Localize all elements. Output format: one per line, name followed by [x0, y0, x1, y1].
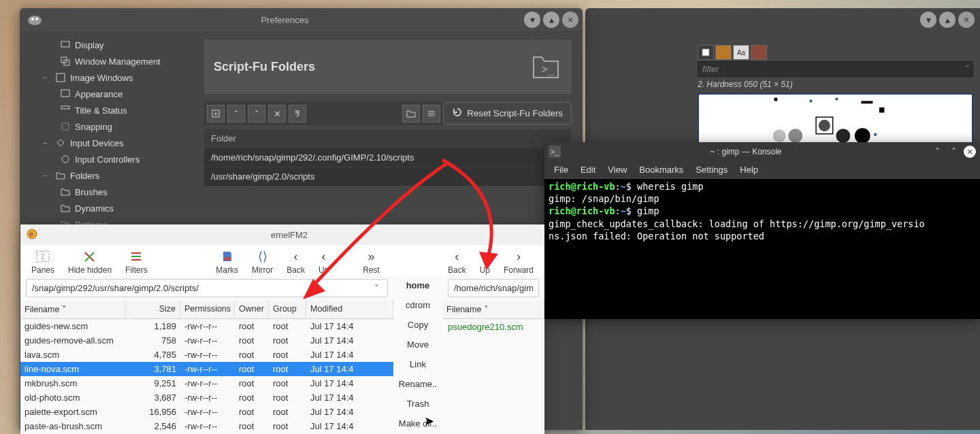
tree-item-brushes[interactable]: Brushes — [22, 184, 191, 200]
history-tab[interactable] — [751, 45, 767, 60]
reset-icon — [452, 107, 463, 120]
table-row[interactable]: mkbrush.scm9,251-rw-r--r--rootrootJul 17… — [20, 376, 393, 390]
minimize-button[interactable]: ▾ — [524, 12, 540, 28]
chevron-down-icon[interactable]: ˅ — [960, 62, 973, 76]
close-button[interactable]: × — [562, 12, 578, 28]
tree-item-dynamics[interactable]: Dynamics — [22, 200, 191, 216]
copy-button[interactable]: Copy — [393, 316, 442, 334]
open-folder-button[interactable] — [402, 105, 420, 122]
folder-row[interactable]: /usr/share/gimp/2.0/scripts — [204, 167, 572, 186]
close-button[interactable]: × — [964, 146, 976, 158]
col-modified[interactable]: Modified — [306, 300, 393, 318]
folder-list[interactable]: /home/rich/snap/gimp/292/.config/GIMP/2.… — [204, 148, 572, 186]
list-view-button[interactable] — [423, 105, 440, 122]
menu-bookmarks[interactable]: Bookmarks — [639, 165, 683, 175]
titlebar[interactable]: e emelFM2 — [20, 224, 544, 245]
col-filename[interactable]: Filename ˅ — [442, 300, 544, 318]
file-row[interactable]: psuedogre210.scm — [442, 319, 544, 335]
move-button[interactable]: Move — [393, 335, 442, 354]
maximize-button[interactable]: ˄ — [947, 146, 960, 158]
back-button-right[interactable]: ‹Back — [448, 249, 466, 275]
thumbs-down-button[interactable] — [289, 105, 306, 122]
left-path-input[interactable]: /snap/gimp/292/usr/share/gimp/2.0/script… — [26, 279, 388, 297]
menu-edit[interactable]: Edit — [581, 165, 595, 175]
link-button[interactable]: Link — [393, 355, 442, 373]
col-owner[interactable]: Owner — [235, 300, 269, 318]
tree-item-input-controllers[interactable]: Input Controllers — [22, 151, 191, 167]
table-row[interactable]: guides-new.scm1,189-rw-r--r--rootrootJul… — [20, 319, 393, 333]
tree-item-image-windows[interactable]: −Image Windows — [22, 69, 191, 86]
folders-icon — [55, 170, 66, 181]
table-row[interactable]: line-nova.scm3,781-rw-r--r--rootrootJul … — [20, 362, 393, 376]
svg-rect-10 — [879, 107, 885, 113]
collapse-icon[interactable]: − — [43, 139, 51, 147]
col-group[interactable]: Group — [269, 300, 306, 318]
filters-button[interactable]: Filters — [125, 249, 148, 275]
delete-button[interactable]: ✕ — [268, 105, 286, 122]
right-path-input[interactable]: /home/rich/snap/gimp — [448, 279, 539, 297]
fonts-tab[interactable]: Aa — [733, 45, 749, 60]
collapse-icon[interactable]: − — [43, 171, 51, 180]
terminal-output[interactable]: rich@rich-vb:~$ whereis gimp gimp: /snap… — [544, 179, 980, 319]
table-row[interactable]: old-photo.scm3,687-rw-r--r--rootrootJul … — [20, 390, 393, 405]
back-button[interactable]: ‹Back — [287, 249, 305, 275]
mirror-button[interactable]: ⟨⟩Mirror — [252, 249, 273, 275]
folder-column-header[interactable]: Folder — [204, 129, 572, 148]
close-button[interactable]: × — [958, 12, 975, 28]
maximize-button[interactable]: ▴ — [939, 12, 956, 28]
marks-button[interactable]: Marks — [216, 249, 238, 275]
svg-point-6 — [836, 129, 850, 143]
col-size[interactable]: Size — [126, 300, 180, 318]
menu-settings[interactable]: Settings — [696, 165, 728, 175]
table-row[interactable]: guides-remove-all.scm758-rw-r--r--rootro… — [20, 333, 393, 348]
new-folder-button[interactable]: + — [207, 105, 225, 122]
up-button[interactable]: ‹Up — [318, 249, 329, 275]
brush-grid[interactable] — [698, 93, 973, 145]
tree-item-folders[interactable]: −Folders — [22, 167, 191, 184]
brush-filter-input[interactable]: filter — [698, 62, 960, 76]
patterns-tab[interactable] — [715, 45, 732, 60]
tree-item-appearance[interactable]: Appearance — [22, 86, 191, 102]
tree-item-title-status[interactable]: Title & Status — [22, 102, 191, 118]
brushes-tab[interactable] — [698, 45, 714, 60]
minimize-button[interactable]: ˅ — [931, 146, 943, 158]
tree-item-input-devices[interactable]: −Input Devices — [22, 135, 191, 151]
rename-button[interactable]: Rename.. — [393, 375, 442, 393]
reset-button[interactable]: Reset Script-Fu Folders — [443, 102, 572, 124]
panes-button[interactable]: Panes — [31, 249, 54, 275]
collapse-icon[interactable]: − — [43, 73, 51, 82]
move-down-button[interactable]: ˅ — [248, 105, 265, 122]
chevron-down-icon[interactable]: ˅ — [372, 283, 382, 293]
table-row[interactable]: paste-as-brush.scm2,546-rw-r--r--rootroo… — [20, 419, 393, 433]
trash-button[interactable]: Trash — [393, 395, 442, 413]
svg-point-5 — [819, 120, 830, 131]
titlebar[interactable]: Preferences ▾ ▴ × — [20, 8, 583, 31]
svg-rect-22 — [61, 106, 69, 109]
col-permissions[interactable]: Permissions — [180, 300, 235, 318]
home-button[interactable]: home — [393, 276, 442, 295]
windows-icon — [60, 56, 71, 67]
rest-button[interactable]: »Rest — [363, 249, 380, 275]
tree-item-window-mgmt[interactable]: Window Management — [22, 53, 191, 69]
up-button-right[interactable]: ‹Up — [480, 249, 490, 275]
col-filename[interactable]: Filename ˅ — [20, 300, 126, 318]
titlebar[interactable]: >_ ~ : gimp — Konsole ˅ ˄ × — [544, 142, 980, 161]
svg-point-15 — [31, 18, 34, 20]
script-fu-icon: >_ — [529, 50, 562, 83]
rest-icon: » — [368, 249, 375, 264]
tree-item-snapping[interactable]: Snapping — [22, 118, 191, 135]
forward-button[interactable]: ›Forward — [504, 249, 534, 275]
folder-row[interactable]: /home/rich/snap/gimp/292/.config/GIMP/2.… — [204, 148, 572, 167]
cdrom-button[interactable]: cdrom — [393, 296, 442, 314]
maximize-button[interactable]: ▴ — [543, 12, 559, 28]
menu-file[interactable]: File — [554, 165, 568, 175]
menu-help[interactable]: Help — [740, 165, 758, 175]
table-row[interactable]: palette-export.scm16,956-rw-r--r--rootro… — [20, 405, 393, 419]
table-row[interactable]: lava.scm4,785-rw-r--r--rootrootJul 17 14… — [20, 348, 393, 362]
move-up-button[interactable]: ˄ — [227, 105, 245, 122]
hide-hidden-button[interactable]: Hide hidden — [68, 249, 112, 275]
tree-item-display[interactable]: Display — [22, 37, 191, 53]
menu-view[interactable]: View — [608, 165, 627, 175]
makedir-button[interactable]: Make dir.. — [393, 414, 442, 433]
minimize-button[interactable]: ▾ — [920, 12, 936, 28]
